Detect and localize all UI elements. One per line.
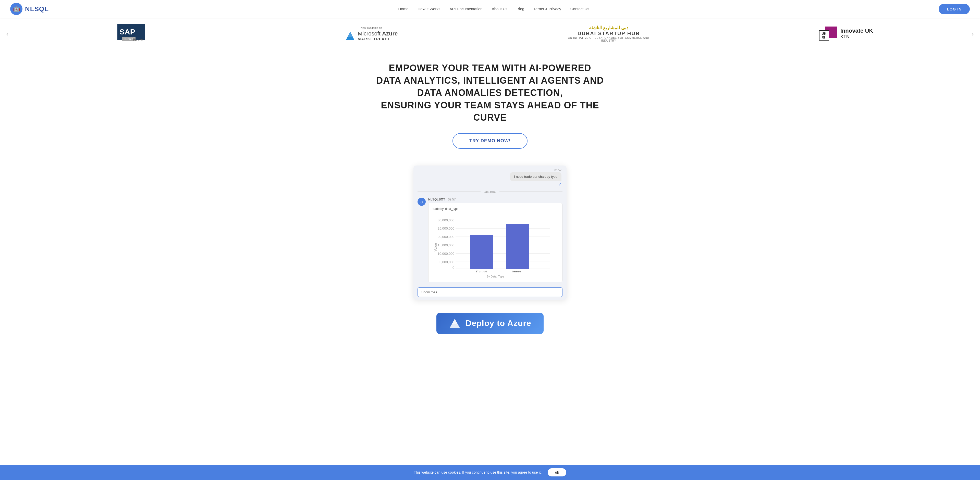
logo-icon: 🤖: [10, 3, 22, 15]
ukri-box: UKRI: [819, 27, 837, 41]
azure-logo: Now available on Microsoft Azure MARKETP…: [345, 26, 398, 41]
azure-text: Microsoft Azure MARKETPLACE: [358, 30, 398, 41]
message-check-icon: ✓: [558, 182, 562, 187]
ukri-top-text: Innovate UK: [840, 27, 873, 34]
carousel-next-button[interactable]: ›: [969, 27, 976, 40]
svg-text:5,000,000: 5,000,000: [439, 260, 454, 264]
logo-text: NLSQL: [25, 5, 49, 13]
demo-input-row: [414, 284, 566, 300]
nav-blog[interactable]: Blog: [517, 6, 524, 11]
dubai-english-sub: AN INITIATIVE OF DUBAI CHAMBER OF COMMER…: [568, 36, 649, 42]
login-button[interactable]: LOG IN: [939, 4, 970, 14]
bot-name-time: NLSQLBOT 09:57: [428, 198, 563, 201]
partner-azure: Now available on Microsoft Azure MARKETP…: [331, 26, 412, 41]
nav-about[interactable]: About Us: [492, 6, 508, 11]
bot-time: 09:57: [448, 198, 455, 201]
ukri-bottom-text: KTN: [840, 34, 873, 40]
last-read-line-left: [417, 192, 480, 192]
hero-headline: EMPOWER YOUR TEAM WITH AI-POWERED DATA A…: [375, 62, 605, 124]
bot-name: NLSQLBOT: [428, 198, 445, 201]
svg-text:20,000,000: 20,000,000: [438, 235, 455, 239]
svg-text:Import: Import: [512, 270, 522, 272]
nav-home[interactable]: Home: [398, 6, 408, 11]
demo-chat-input[interactable]: [417, 287, 563, 297]
hero-section: EMPOWER YOUR TEAM WITH AI-POWERED DATA A…: [0, 49, 980, 166]
try-demo-button[interactable]: TRY DEMO NOW!: [452, 133, 528, 149]
dubai-english-main: DUBAI STARTUP HUB: [578, 31, 640, 36]
demo-last-read: Last read: [414, 188, 566, 196]
last-read-text: Last read: [484, 190, 496, 193]
carousel-prev-button[interactable]: ‹: [4, 27, 11, 40]
nav-contact[interactable]: Contact Us: [570, 6, 589, 11]
sap-logo: SAP Silver Partner: [118, 24, 151, 43]
sap-text: SAP: [119, 27, 135, 36]
svg-text:Value: Value: [434, 243, 438, 252]
user-bubble-time: 09:57: [510, 169, 562, 172]
chart-xlabel: By Data_Type: [433, 275, 558, 278]
partner-ukri: UKRI Innovate UK KTN: [805, 27, 887, 41]
svg-text:0: 0: [452, 266, 454, 269]
logo-link[interactable]: 🤖 NLSQL: [10, 3, 49, 15]
nav-api-docs[interactable]: API Documentation: [449, 6, 482, 11]
ukri-text: Innovate UK KTN: [840, 27, 873, 40]
sap-partner-label: Partner: [133, 38, 143, 41]
ukri-white-square: UKRI: [819, 30, 829, 41]
navbar: 🤖 NLSQL HomeHow It WorksAPI Documentatio…: [0, 0, 980, 18]
last-read-line-right: [500, 192, 563, 192]
deploy-text: Deploy to Azure: [466, 318, 531, 328]
chart-title: trade by 'data_type': [433, 207, 558, 211]
demo-chart-area: trade by 'data_type' 30,000,000 25,000,0…: [428, 203, 563, 282]
deploy-azure-icon: [449, 318, 461, 328]
svg-text:15,000,000: 15,000,000: [438, 243, 455, 247]
demo-bot-content: NLSQLBOT 09:57 trade by 'data_type' 30,0…: [428, 198, 563, 282]
svg-text:Export: Export: [476, 270, 487, 272]
deploy-azure-button[interactable]: Deploy to Azure: [436, 313, 544, 334]
dubai-arabic-text: دبي للمشاريع الناشئة: [589, 25, 628, 31]
ukri-logo: UKRI Innovate UK KTN: [819, 27, 873, 41]
demo-window-wrap: 09:57 I need trade bar chart by type ✓ L…: [0, 166, 980, 310]
partner-sap: SAP Silver Partner: [93, 24, 175, 43]
demo-bot-row: ◇ NLSQLBOT 09:57 trade by 'data_type' 30…: [414, 196, 566, 284]
svg-text:30,000,000: 30,000,000: [438, 218, 455, 222]
bar-import: [506, 224, 529, 269]
svg-text:25,000,000: 25,000,000: [438, 227, 455, 230]
demo-window: 09:57 I need trade bar chart by type ✓ L…: [414, 166, 566, 300]
bar-export: [470, 234, 493, 269]
dubai-logo: دبي للمشاريع الناشئة DUBAI STARTUP HUB A…: [568, 25, 649, 42]
azure-available-label: Now available on: [361, 26, 382, 29]
nav-links: HomeHow It WorksAPI DocumentationAbout U…: [398, 6, 589, 11]
demo-bar-chart: 30,000,000 25,000,000 20,000,000 15,000,…: [433, 214, 558, 272]
user-bubble: I need trade bar chart by type: [510, 172, 562, 181]
partner-dubai: دبي للمشاريع الناشئة DUBAI STARTUP HUB A…: [568, 25, 649, 42]
deploy-section: Deploy to Azure: [0, 310, 980, 334]
nav-terms[interactable]: Terms & Privacy: [533, 6, 561, 11]
azure-icon: [345, 31, 355, 40]
svg-text:10,000,000: 10,000,000: [438, 252, 455, 255]
bot-avatar: ◇: [417, 198, 426, 206]
demo-chat-header: 09:57 I need trade bar chart by type ✓: [414, 166, 566, 188]
partners-strip: ‹ SAP Silver Partner Now available on: [0, 18, 980, 49]
nav-how-it-works[interactable]: How It Works: [418, 6, 441, 11]
